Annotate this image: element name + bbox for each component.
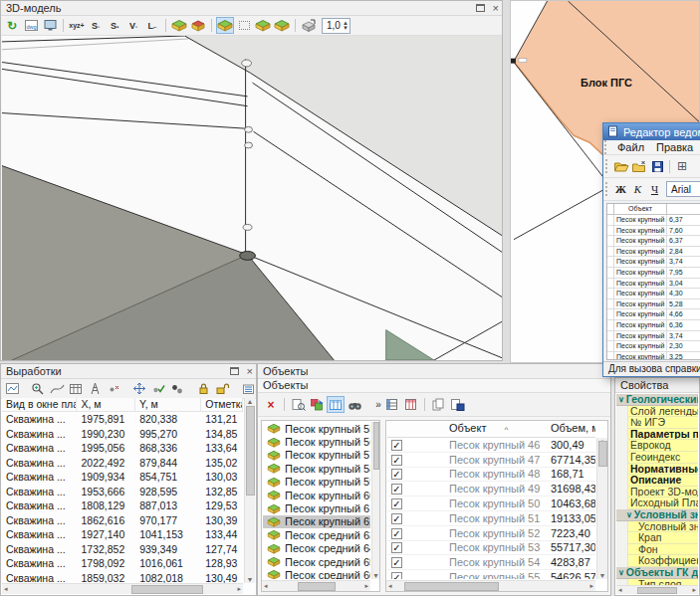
object-list-item[interactable]: Песок крупный 56 (263, 435, 370, 448)
floppy-icon[interactable] (648, 158, 666, 175)
binoculars-icon[interactable] (346, 396, 363, 413)
float-window-icon[interactable] (230, 365, 239, 377)
dots-icon[interactable] (235, 17, 253, 34)
refresh-icon[interactable]: ↻ (3, 17, 21, 34)
property-group-row[interactable]: ∨Условный знак сло (616, 509, 698, 521)
volume-row[interactable]: Песок крупный 2 3,74 (607, 257, 700, 268)
object-table-row[interactable]: ✓Песок крупный 46300,49 (387, 438, 595, 453)
points-icon[interactable] (168, 380, 186, 397)
property-row[interactable]: Нормативные и рас (616, 464, 698, 476)
volume-row[interactable]: Песок крупный 2 2,84 (607, 247, 700, 258)
volume-row[interactable]: Песок крупный 2 3,04 (607, 279, 700, 290)
scroll-right-icon[interactable]: ▸ (589, 582, 593, 590)
volume-row[interactable]: Песок крупный 2 6,37 (607, 236, 700, 247)
row-selector[interactable] (607, 226, 614, 236)
object-table-row[interactable]: ✓Песок крупный 4931698,43 (387, 482, 595, 497)
object-list-item[interactable]: Песок крупный 58 (263, 462, 370, 475)
doc-copy-icon[interactable] (429, 396, 447, 413)
row-checkbox[interactable]: ✓ (391, 513, 402, 524)
object-table-row[interactable]: ✓Песок крупный 5010463,68 (387, 497, 595, 511)
objects-table-horizontal-scrollbar[interactable]: ◂ ▸ (386, 580, 595, 591)
property-row[interactable]: № ИГЭ (616, 417, 698, 429)
object-table-row[interactable]: ✓Песок крупный 4767714,35 (387, 453, 595, 468)
borehole-row[interactable]: Скважина ...1975,891820,338131,21 (2, 412, 243, 427)
s-letter-icon[interactable]: S▫ (87, 17, 105, 34)
property-row[interactable]: Коэффициент ма (616, 555, 698, 567)
properties-horizontal-scrollbar[interactable]: ◂ ▸ (616, 585, 698, 594)
scale-spinner[interactable]: 1,0▲▼ (322, 18, 350, 34)
italic-button[interactable]: К (629, 181, 646, 197)
spin-down-icon[interactable]: ▼ (343, 26, 349, 31)
toolbar-grip[interactable] (604, 140, 608, 154)
borehole-row[interactable]: Скважина ...1808,129887,013129,53 (2, 498, 243, 513)
column-object[interactable]: Объект (614, 204, 667, 214)
point-check-icon[interactable] (149, 380, 167, 397)
property-row[interactable]: Описание (616, 475, 698, 487)
objects-list-horizontal-scrollbar[interactable]: ◂ ▸ (262, 580, 370, 591)
unlock-icon[interactable] (213, 380, 231, 397)
volume-row[interactable]: Песок крупный 3 3,25 (607, 352, 700, 360)
menu-правка[interactable]: Правка (650, 141, 699, 153)
borehole-row[interactable]: Скважина ...1859,0321082,018130,49 (2, 571, 243, 584)
slab-icon[interactable] (254, 17, 272, 34)
property-row[interactable]: Геоиндекс (616, 452, 698, 464)
column-header[interactable]: Отметка H, м (201, 398, 243, 411)
scrollbar-thumb[interactable] (298, 582, 336, 591)
bold-button[interactable]: Ж (612, 181, 629, 197)
row-checkbox[interactable]: ✓ (391, 455, 402, 466)
lock-icon[interactable] (194, 380, 212, 397)
scroll-down-icon[interactable]: ▼ (372, 572, 379, 579)
volume-row[interactable]: Песок крупный 2 4,30 (607, 289, 700, 299)
column-volume[interactable]: Объем, м3 (547, 422, 595, 437)
objects-section-header[interactable]: Объекты (258, 379, 610, 393)
viewport-3d[interactable] (2, 36, 501, 359)
collapse-arrow-icon[interactable]: ∨ (618, 395, 624, 404)
list-dd-icon[interactable] (239, 380, 257, 397)
object-list-item[interactable]: Песок крупный 61 (263, 501, 370, 514)
object-table-row[interactable]: ✓Песок крупный 48168,71 (387, 468, 595, 483)
borehole-row[interactable]: Скважина ...1798,0921016,061128,93 (2, 556, 243, 571)
delete-x-icon[interactable]: × (262, 396, 280, 413)
row-selector[interactable] (607, 309, 614, 319)
column-header[interactable]: X, м (77, 398, 135, 411)
object-list-item[interactable]: Песок крупный 59 (263, 476, 370, 489)
scrollbar-thumb[interactable] (404, 582, 499, 591)
property-row[interactable]: Условный знак ф (616, 521, 698, 533)
scrollbar-thumb[interactable] (598, 441, 607, 467)
scroll-left-icon[interactable]: ◂ (618, 586, 622, 594)
property-row[interactable]: Параметры подробн (616, 429, 698, 441)
row-selector[interactable] (607, 352, 614, 360)
slab-icon[interactable] (273, 17, 291, 34)
folder-new-icon[interactable] (630, 158, 648, 175)
property-row[interactable]: Проект 3D-модель (616, 487, 698, 498)
borehole-row[interactable]: Скважина ...1732,852939,349127,74 (2, 542, 243, 557)
s2-letter-icon[interactable]: S▪ (106, 17, 123, 34)
point-x-icon[interactable] (105, 380, 122, 397)
monitor-icon[interactable] (41, 17, 59, 34)
object-list-item[interactable]: Песок средний 64 (263, 542, 370, 555)
borehole-row[interactable]: Скважина ...1990,230995,270134,85 (2, 427, 243, 442)
borehole-row[interactable]: Скважина ...1953,666928,595132,85 (2, 485, 243, 499)
borehole-row[interactable]: Скважина ...1862,616970,177130,39 (2, 513, 243, 528)
scroll-left-icon[interactable]: ◂ (4, 585, 8, 593)
row-selector[interactable] (607, 257, 614, 267)
volume-row[interactable]: Песок крупный 2 6,37 (607, 215, 700, 226)
row-checkbox[interactable]: ✓ (391, 469, 402, 480)
column-header[interactable]: Вид в окне плана (2, 398, 77, 411)
volume-row[interactable]: Песок крупный 2 6,36 (607, 320, 700, 331)
toolbar-grip[interactable] (605, 182, 609, 196)
doc-save-icon[interactable] (448, 396, 466, 413)
grid-icon[interactable]: ⊞ (673, 158, 691, 175)
property-row[interactable]: Исходный План Ге (616, 497, 698, 509)
volume-row[interactable]: Песок крупный 2 3,74 (607, 331, 700, 342)
objects-table-vertical-scrollbar[interactable]: ▲ ▼ (596, 438, 607, 579)
vertical-splitter[interactable] (503, 0, 510, 363)
object-list-item[interactable]: Песок средний 63 (263, 528, 370, 541)
property-group-row[interactable]: ∨Объекты ГК для ф (616, 567, 698, 579)
object-table-row[interactable]: ✓Песок крупный 527223,40 (387, 526, 595, 541)
row-selector[interactable] (607, 320, 614, 330)
row-selector[interactable] (607, 331, 614, 341)
row-checkbox[interactable]: ✓ (391, 572, 402, 579)
object-list-item[interactable]: Песок средний 65 (263, 555, 370, 568)
slab-icon[interactable] (170, 17, 188, 34)
